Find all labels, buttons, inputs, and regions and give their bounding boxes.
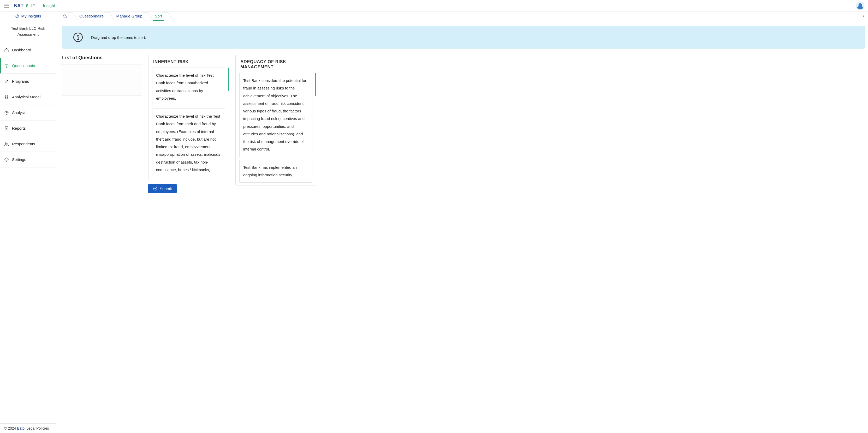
sidebar-item-dashboard[interactable]: Dashboard — [0, 42, 56, 58]
pie-chart-icon — [4, 110, 9, 115]
svg-point-8 — [5, 142, 6, 144]
info-banner-text: Drag and drop the items to sort. — [91, 35, 146, 40]
users-icon — [4, 142, 9, 146]
breadcrumb-collapse-button[interactable] — [859, 11, 868, 21]
main-panel: Drag and drop the items to sort. List of… — [56, 21, 868, 433]
sidebar-item-analysis[interactable]: Analysis — [0, 105, 56, 121]
sidebar-footer: © 2024 Batoi Legal Policies — [0, 423, 56, 433]
info-circle-icon — [73, 32, 83, 42]
svg-point-12 — [78, 35, 79, 36]
group-title: ADEQUACY OF RISK MANAGEMENT — [236, 55, 316, 73]
my-insights-link[interactable]: My Insights — [0, 11, 56, 21]
question-card[interactable]: Test Bank has implemented an ongoing inf… — [239, 160, 312, 183]
hamburger-icon[interactable] — [4, 4, 9, 7]
sidebar-item-label: Programs — [12, 79, 29, 84]
model-icon — [4, 95, 9, 99]
home-icon — [63, 14, 67, 18]
scroll-indicator[interactable] — [228, 68, 229, 91]
sidebar-item-reports[interactable]: Reports — [0, 121, 56, 136]
breadcrumb-label: Sort — [155, 14, 162, 18]
scroll-indicator[interactable] — [315, 73, 316, 96]
group-card: INHERENT RISK Characterize the level of … — [148, 55, 229, 180]
breadcrumb-manage-group[interactable]: Manage Group — [110, 11, 148, 21]
breadcrumb-label: Manage Group — [116, 14, 142, 18]
group-dropzone[interactable]: Characterize the level of risk Test Bank… — [149, 68, 229, 180]
registered-icon: ® — [33, 3, 35, 6]
brand-text-1: BAT — [13, 3, 24, 8]
sidebar-item-programs[interactable]: Programs — [0, 73, 56, 89]
home-icon — [4, 48, 9, 53]
sidebar-item-label: Analytical Model — [12, 95, 40, 99]
svg-point-0 — [16, 14, 19, 18]
sidebar-item-label: Dashboard — [12, 48, 31, 52]
gear-icon — [4, 157, 9, 162]
question-circle-icon — [4, 63, 9, 68]
svg-rect-6 — [7, 97, 8, 99]
breadcrumb-home[interactable] — [60, 11, 72, 21]
sidebar-item-label: Questionnaire — [12, 63, 36, 68]
topbar: BAT I® Insight — [0, 0, 868, 11]
footer-suffix: Legal Policies — [25, 426, 49, 430]
submit-button[interactable]: Submit — [148, 184, 177, 193]
content: Questionnaire Manage Group Sort — [56, 11, 868, 433]
svg-rect-5 — [5, 97, 6, 99]
brand-text-2: I — [31, 3, 33, 8]
group-title: INHERENT RISK — [149, 55, 229, 68]
pen-icon — [4, 79, 9, 84]
sidebar: My Insights Test Bank LLC Risk Assessmen… — [0, 11, 56, 433]
group-card: ADEQUACY OF RISK MANAGEMENT Test Bank co… — [236, 55, 316, 186]
footer-batoi-link[interactable]: Batoi — [17, 426, 25, 430]
svg-point-10 — [6, 159, 7, 160]
source-dropzone[interactable] — [62, 64, 142, 96]
sidebar-item-settings[interactable]: Settings — [0, 152, 56, 167]
sidebar-item-respondents[interactable]: Respondents — [0, 136, 56, 152]
sort-area: List of Questions INHERENT RISK Characte… — [62, 55, 865, 193]
sidebar-item-analytical-model[interactable]: Analytical Model — [0, 89, 56, 105]
question-card[interactable]: Characterize the level of risk Test Bank… — [152, 68, 225, 106]
leaf-icon — [24, 3, 31, 9]
breadcrumb-label: Questionnaire — [79, 14, 103, 18]
breadcrumbs: Questionnaire Manage Group Sort — [56, 11, 859, 21]
sidebar-nav: Dashboard Questionnaire Programs Analyti… — [0, 42, 56, 423]
logo-separator — [39, 3, 39, 9]
breadcrumb-questionnaire[interactable]: Questionnaire — [72, 11, 110, 21]
project-title: Test Bank LLC Risk Assessment — [0, 21, 56, 42]
group-column-inherent-risk: INHERENT RISK Characterize the level of … — [148, 55, 229, 193]
source-column: List of Questions — [62, 55, 142, 96]
sidebar-item-questionnaire[interactable]: Questionnaire — [0, 58, 56, 73]
app-name[interactable]: Insight — [43, 3, 55, 8]
question-card[interactable]: Characterize the level of risk the Test … — [152, 108, 225, 177]
my-insights-label: My Insights — [22, 14, 41, 18]
list-heading: List of Questions — [62, 55, 142, 61]
submit-label: Submit — [160, 187, 172, 191]
sidebar-item-label: Respondents — [12, 142, 35, 146]
user-avatar[interactable] — [857, 2, 864, 9]
svg-rect-4 — [7, 96, 8, 97]
brand-logo[interactable]: BAT I® — [13, 3, 35, 9]
arrow-left-circle-icon — [15, 14, 19, 18]
svg-point-9 — [7, 143, 8, 144]
svg-rect-3 — [5, 96, 6, 97]
info-banner: Drag and drop the items to sort. — [62, 26, 865, 48]
chevron-left-icon — [862, 14, 865, 18]
breadcrumb-bar: Questionnaire Manage Group Sort — [56, 11, 868, 21]
group-column-adequacy: ADEQUACY OF RISK MANAGEMENT Test Bank co… — [236, 55, 316, 186]
sidebar-item-label: Analysis — [12, 110, 27, 115]
group-dropzone[interactable]: Test Bank considers the potential for fr… — [236, 73, 316, 185]
sidebar-item-label: Settings — [12, 157, 26, 162]
question-card[interactable]: Test Bank considers the potential for fr… — [239, 73, 312, 157]
report-icon — [4, 126, 9, 131]
breadcrumb-sort[interactable]: Sort — [148, 11, 168, 21]
sidebar-item-label: Reports — [12, 126, 26, 130]
footer-prefix: © 2024 — [4, 426, 17, 430]
arrow-right-circle-icon — [153, 186, 158, 191]
